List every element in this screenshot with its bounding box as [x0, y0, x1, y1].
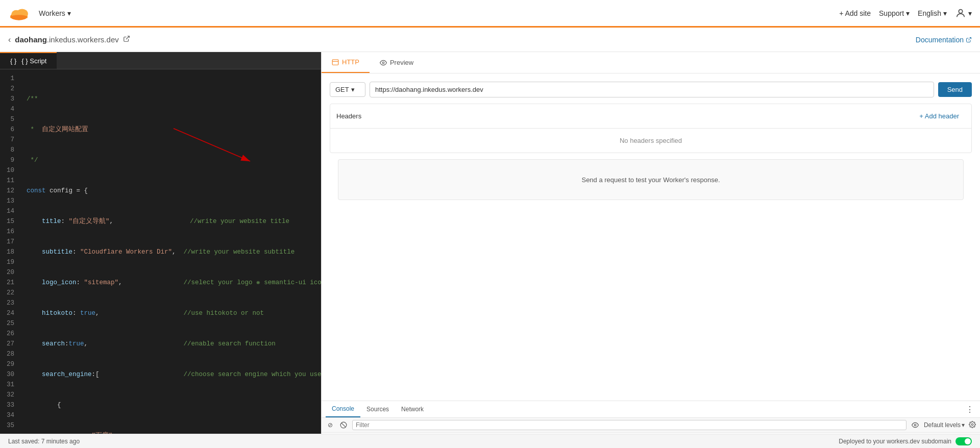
- logo-area: Workers ▾: [8, 3, 75, 24]
- line-num-6: 6: [0, 125, 20, 135]
- workers-dropdown[interactable]: Workers ▾: [35, 7, 75, 19]
- line-num-10: 10: [0, 165, 20, 176]
- deploy-text: Deployed to your workers.dev subdomain: [839, 438, 951, 445]
- tab-script[interactable]: { } { } Script: [0, 52, 57, 69]
- line-num-14: 14: [0, 206, 20, 216]
- line-num-12: 12: [0, 186, 20, 196]
- line-num-30: 30: [0, 369, 20, 380]
- line-num-18: 18: [0, 247, 20, 257]
- back-button[interactable]: ‹: [8, 35, 11, 44]
- tab-console[interactable]: Console: [326, 401, 360, 417]
- language-dropdown[interactable]: English ▾: [918, 9, 947, 17]
- code-line-4: const config = {: [27, 186, 321, 196]
- external-link-icon[interactable]: [123, 35, 130, 44]
- console-block-icon[interactable]: ⊘: [326, 420, 335, 430]
- console-filter-input[interactable]: [352, 420, 906, 430]
- breadcrumb: ‹ daohang.inkedus.workers.dev: [8, 35, 130, 44]
- line-num-2: 2: [0, 84, 20, 94]
- method-label: GET: [335, 86, 349, 93]
- svg-point-5: [959, 9, 962, 13]
- send-button[interactable]: Send: [938, 82, 972, 97]
- method-chevron-icon: ▾: [351, 86, 355, 93]
- script-tab-icon: { }: [10, 57, 16, 65]
- doc-link-label: Documentation: [916, 36, 964, 44]
- http-icon: [332, 59, 339, 66]
- svg-line-14: [341, 423, 346, 427]
- line-num-32: 32: [0, 390, 20, 400]
- tab-network[interactable]: Network: [395, 402, 430, 417]
- line-num-3: 3: [0, 94, 20, 104]
- http-body: GET ▾ Send Headers + Add header No heade…: [322, 73, 980, 208]
- title-bold: daohang: [15, 35, 47, 44]
- user-icon: [955, 8, 966, 19]
- console-dots-icon[interactable]: ⋮: [966, 405, 974, 414]
- response-area: Send a request to test your Worker's res…: [338, 159, 964, 200]
- console-tabs: Console Sources Network ⋮: [322, 401, 980, 418]
- line-num-23: 23: [0, 298, 20, 308]
- code-line-8: hitokoto: true, //use hitokoto or not: [27, 308, 321, 318]
- line-num-24: 24: [0, 308, 20, 318]
- tab-http-label: HTTP: [342, 58, 359, 66]
- url-input[interactable]: [370, 82, 934, 97]
- svg-point-16: [971, 424, 973, 426]
- support-dropdown[interactable]: Support ▾: [879, 9, 910, 17]
- tab-preview[interactable]: Preview: [370, 52, 424, 73]
- code-content[interactable]: /** * 自定义网站配置 */ const config = { title:…: [20, 69, 321, 448]
- tab-sources[interactable]: Sources: [360, 402, 395, 417]
- line-num-15: 15: [0, 216, 20, 227]
- line-num-19: 19: [0, 257, 20, 267]
- tab-http[interactable]: HTTP: [322, 52, 370, 73]
- console-level-chevron: ▾: [962, 421, 965, 429]
- svg-point-12: [382, 62, 384, 64]
- console-level-dropdown[interactable]: Default levels ▾: [924, 421, 965, 429]
- svg-rect-10: [332, 59, 338, 65]
- add-site-button[interactable]: + Add site: [839, 9, 871, 17]
- url-row: GET ▾ Send: [330, 82, 972, 97]
- line-num-28: 28: [0, 349, 20, 359]
- deploy-status: Deployed to your workers.dev subdomain: [839, 437, 972, 445]
- sub-header: ‹ daohang.inkedus.workers.dev Documentat…: [0, 28, 980, 52]
- user-chevron-icon: ▾: [968, 9, 972, 17]
- line-num-26: 26: [0, 329, 20, 339]
- code-line-2: * 自定义网站配置: [27, 125, 321, 135]
- cloudflare-logo: [8, 3, 30, 24]
- line-num-16: 16: [0, 227, 20, 237]
- main-layout: { } { } Script 1 2 3 4 5 6 7 8 9 10 11: [0, 52, 980, 448]
- line-num-1: 1: [0, 73, 20, 84]
- line-num-8: 8: [0, 145, 20, 155]
- add-header-button[interactable]: + Add header: [913, 108, 965, 124]
- line-num-7: 7: [0, 135, 20, 145]
- code-line-3: */: [27, 155, 321, 165]
- documentation-link[interactable]: Documentation: [916, 36, 972, 44]
- language-chevron-icon: ▾: [943, 9, 947, 17]
- deploy-toggle[interactable]: [955, 437, 972, 445]
- console-eye-icon[interactable]: [911, 420, 920, 430]
- right-panel: HTTP Preview GET ▾ Send Headers: [322, 52, 980, 448]
- console-level-label: Default levels: [924, 421, 961, 429]
- svg-line-7: [968, 37, 971, 40]
- title-light: .inkedus.workers.dev: [47, 35, 119, 44]
- line-num-31: 31: [0, 380, 20, 390]
- code-line-6: subtitle: "Cloudflare Workers Dir", //wr…: [27, 247, 321, 257]
- code-editor[interactable]: 1 2 3 4 5 6 7 8 9 10 11 12 13 14 15 16 1: [0, 69, 321, 448]
- line-num-17: 17: [0, 237, 20, 247]
- method-select[interactable]: GET ▾: [330, 82, 365, 97]
- line-numbers: 1 2 3 4 5 6 7 8 9 10 11 12 13 14 15 16 1: [0, 69, 20, 448]
- doc-external-icon: [966, 37, 972, 43]
- response-placeholder: Send a request to test your Worker's res…: [581, 176, 720, 184]
- workers-chevron-icon: ▾: [67, 9, 71, 17]
- workers-label: Workers: [39, 9, 65, 17]
- line-num-5: 5: [0, 114, 20, 125]
- console-settings-button[interactable]: [969, 421, 976, 430]
- line-num-22: 22: [0, 288, 20, 298]
- console-circle-icon[interactable]: [339, 420, 348, 430]
- user-menu[interactable]: ▾: [955, 8, 972, 19]
- code-line-1: /**: [27, 94, 321, 104]
- preview-icon: [380, 59, 387, 66]
- svg-line-6: [126, 36, 129, 39]
- code-line-7: logo_icon: "sitemap", //select your logo…: [27, 278, 321, 288]
- add-header-label: + Add header: [919, 112, 959, 120]
- support-chevron-icon: ▾: [906, 9, 910, 17]
- headers-empty: No headers specified: [330, 129, 971, 153]
- tab-preview-label: Preview: [390, 59, 413, 66]
